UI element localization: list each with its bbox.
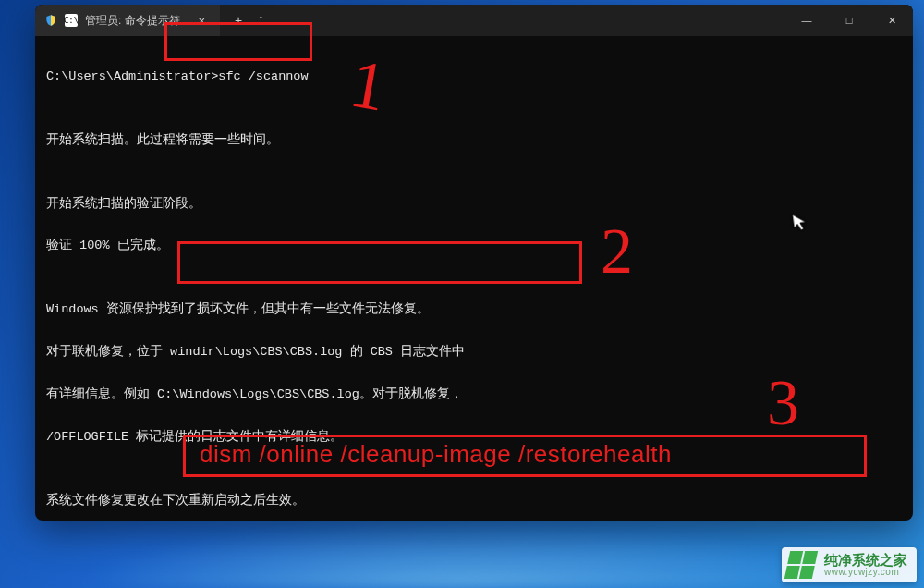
tab-dropdown-button[interactable]: ˅ — [259, 16, 263, 25]
tab-strip-actions: + ˅ — [220, 9, 271, 31]
terminal-line: 开始系统扫描。此过程将需要一些时间。 — [46, 130, 902, 152]
terminal-line: Windows 资源保护找到了损坏文件，但其中有一些文件无法修复。 — [46, 300, 902, 321]
terminal-line: 验证 100% 已完成。 — [46, 236, 902, 257]
window-title: 管理员: 命令提示符 — [85, 13, 180, 29]
terminal-line: 开始系统扫描的验证阶段。 — [46, 194, 902, 215]
window-controls: — □ ✕ — [785, 5, 913, 36]
watermark: 纯净系统之家 www.ycwjzy.com — [782, 547, 917, 582]
maximize-button[interactable]: □ — [828, 5, 870, 36]
active-tab[interactable]: C:\ 管理员: 命令提示符 × — [35, 5, 220, 36]
terminal-line: 有详细信息。例如 C:\Windows\Logs\CBS\CBS.log。对于脱… — [46, 385, 902, 406]
title-bar: C:\ 管理员: 命令提示符 × + ˅ — □ ✕ — [35, 5, 913, 36]
terminal-window: C:\ 管理员: 命令提示符 × + ˅ — □ ✕ C:\Users\Admi… — [35, 5, 913, 521]
terminal-body[interactable]: C:\Users\Administrator>sfc /scannow 开始系统… — [35, 36, 913, 521]
admin-shield-icon — [44, 14, 57, 27]
new-tab-button[interactable]: + — [227, 9, 249, 31]
minimize-button[interactable]: — — [785, 5, 828, 36]
close-button[interactable]: ✕ — [870, 5, 913, 36]
terminal-line: 对于联机修复，位于 windir\Logs\CBS\CBS.log 的 CBS … — [46, 342, 902, 363]
cmd-icon: C:\ — [65, 14, 78, 27]
watermark-title: 纯净系统之家 — [824, 553, 907, 568]
terminal-line: C:\Users\Administrator>sfc /scannow — [46, 67, 902, 88]
terminal-line: /OFFLOGFILE 标记提供的日志文件中有详细信息。 — [46, 427, 902, 448]
watermark-url: www.ycwjzy.com — [824, 568, 907, 578]
tab-close-button[interactable]: × — [192, 14, 211, 28]
watermark-logo-icon — [784, 551, 818, 579]
terminal-line: 系统文件修复更改在下次重新启动之后生效。 — [46, 491, 902, 512]
